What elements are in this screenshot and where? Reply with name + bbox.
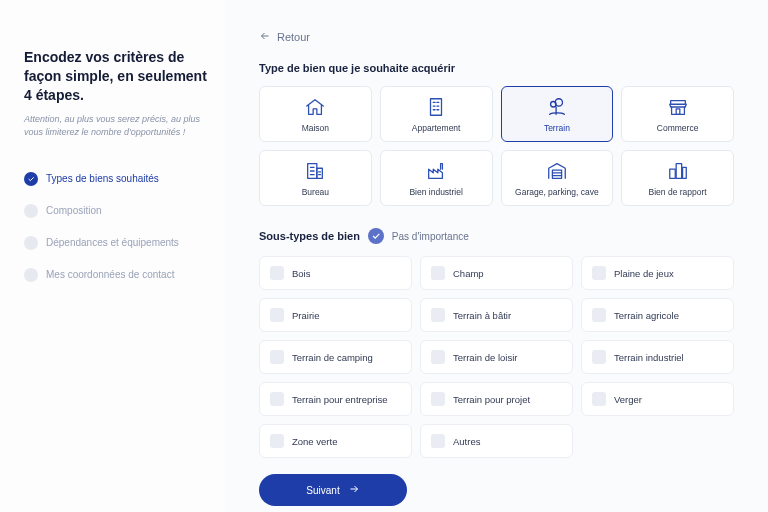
checkbox-icon: [270, 350, 284, 364]
subtype-card[interactable]: Prairie: [259, 298, 412, 332]
subtype-title: Sous-types de bien: [259, 230, 360, 242]
subtype-card[interactable]: Terrain industriel: [581, 340, 734, 374]
step-label: Types de biens souhaités: [46, 173, 159, 184]
industrial-icon: [424, 160, 448, 182]
subtype-card[interactable]: Champ: [420, 256, 573, 290]
subtype-card[interactable]: Terrain pour projet: [420, 382, 573, 416]
subtype-label: Terrain industriel: [614, 352, 684, 363]
subtype-label: Terrain pour entreprise: [292, 394, 388, 405]
type-card-house[interactable]: Maison: [259, 86, 372, 142]
subtype-label: Terrain à bâtir: [453, 310, 511, 321]
subtype-label: Prairie: [292, 310, 319, 321]
type-card-apartment[interactable]: Appartement: [380, 86, 493, 142]
step-3[interactable]: Mes coordonnées de contact: [24, 259, 209, 291]
subtype-label: Plaine de jeux: [614, 268, 674, 279]
step-bullet-icon: [24, 204, 38, 218]
checkbox-icon: [592, 350, 606, 364]
svg-point-2: [555, 98, 562, 105]
step-0[interactable]: Types de biens souhaités: [24, 163, 209, 195]
checkbox-icon: [592, 392, 606, 406]
type-card-garage[interactable]: Garage, parking, cave: [501, 150, 614, 206]
subtype-card[interactable]: Terrain agricole: [581, 298, 734, 332]
subtype-card[interactable]: Verger: [581, 382, 734, 416]
checkbox-icon: [431, 308, 445, 322]
type-label: Maison: [302, 123, 329, 133]
step-1[interactable]: Composition: [24, 195, 209, 227]
type-card-office[interactable]: Bureau: [259, 150, 372, 206]
checkbox-icon: [270, 266, 284, 280]
type-card-investment[interactable]: Bien de rapport: [621, 150, 734, 206]
subtype-card[interactable]: Zone verte: [259, 424, 412, 458]
garage-icon: [545, 160, 569, 182]
checkbox-icon: [431, 434, 445, 448]
type-card-industrial[interactable]: Bien industriel: [380, 150, 493, 206]
checkbox-icon: [431, 350, 445, 364]
back-label: Retour: [277, 31, 310, 43]
subtype-label: Autres: [453, 436, 480, 447]
svg-rect-5: [317, 168, 323, 178]
type-label: Commerce: [657, 123, 699, 133]
type-grid: MaisonAppartementTerrainCommerceBureauBi…: [259, 86, 734, 206]
subtype-label: Zone verte: [292, 436, 337, 447]
subtype-label: Bois: [292, 268, 310, 279]
type-label: Bien industriel: [409, 187, 462, 197]
next-button[interactable]: Suivant: [259, 474, 407, 506]
main-panel: Retour Type de bien que je souhaite acqu…: [225, 0, 768, 512]
subtype-grid: BoisChampPlaine de jeuxPrairieTerrain à …: [259, 256, 734, 458]
step-bullet-icon: [24, 236, 38, 250]
step-bullet-icon: [24, 268, 38, 282]
checkbox-icon: [592, 308, 606, 322]
step-2[interactable]: Dépendances et équipements: [24, 227, 209, 259]
apartment-icon: [424, 96, 448, 118]
terrain-icon: [545, 96, 569, 118]
type-label: Terrain: [544, 123, 570, 133]
no-importance-checkbox[interactable]: [368, 228, 384, 244]
svg-rect-6: [552, 170, 561, 178]
house-icon: [303, 96, 327, 118]
subtype-label: Verger: [614, 394, 642, 405]
sidebar-hint: Attention, au plus vous serez précis, au…: [24, 113, 209, 139]
type-section-title: Type de bien que je souhaite acquérir: [259, 62, 734, 74]
type-label: Bureau: [302, 187, 329, 197]
arrow-right-icon: [348, 483, 360, 497]
subtype-header: Sous-types de bien Pas d'importance: [259, 228, 734, 244]
svg-rect-0: [431, 98, 442, 115]
subtype-label: Terrain pour projet: [453, 394, 530, 405]
next-label: Suivant: [306, 485, 339, 496]
subtype-label: Terrain de loisir: [453, 352, 517, 363]
step-label: Dépendances et équipements: [46, 237, 179, 248]
steps-list: Types de biens souhaitésCompositionDépen…: [24, 163, 209, 291]
investment-icon: [666, 160, 690, 182]
subtype-card[interactable]: Plaine de jeux: [581, 256, 734, 290]
subtype-card[interactable]: Terrain de camping: [259, 340, 412, 374]
svg-rect-9: [682, 167, 686, 178]
checkbox-icon: [592, 266, 606, 280]
back-button[interactable]: Retour: [259, 30, 310, 44]
checkbox-icon: [431, 266, 445, 280]
step-label: Composition: [46, 205, 102, 216]
checkbox-icon: [270, 308, 284, 322]
sidebar: Encodez vos critères de façon simple, en…: [0, 0, 225, 512]
page-title: Encodez vos critères de façon simple, en…: [24, 48, 209, 105]
subtype-card[interactable]: Terrain à bâtir: [420, 298, 573, 332]
type-label: Garage, parking, cave: [515, 187, 599, 197]
subtype-label: Terrain agricole: [614, 310, 679, 321]
subtype-label: Terrain de camping: [292, 352, 373, 363]
commerce-icon: [666, 96, 690, 118]
subtype-card[interactable]: Terrain pour entreprise: [259, 382, 412, 416]
subtype-card[interactable]: Terrain de loisir: [420, 340, 573, 374]
svg-rect-7: [669, 169, 675, 178]
type-label: Bien de rapport: [649, 187, 707, 197]
svg-rect-8: [676, 163, 682, 178]
subtype-label: Champ: [453, 268, 484, 279]
subtype-card[interactable]: Autres: [420, 424, 573, 458]
type-card-terrain[interactable]: Terrain: [501, 86, 614, 142]
type-card-commerce[interactable]: Commerce: [621, 86, 734, 142]
type-label: Appartement: [412, 123, 461, 133]
arrow-left-icon: [259, 30, 271, 44]
office-icon: [303, 160, 327, 182]
checkbox-icon: [431, 392, 445, 406]
subtype-card[interactable]: Bois: [259, 256, 412, 290]
checkbox-icon: [270, 392, 284, 406]
checkbox-icon: [270, 434, 284, 448]
